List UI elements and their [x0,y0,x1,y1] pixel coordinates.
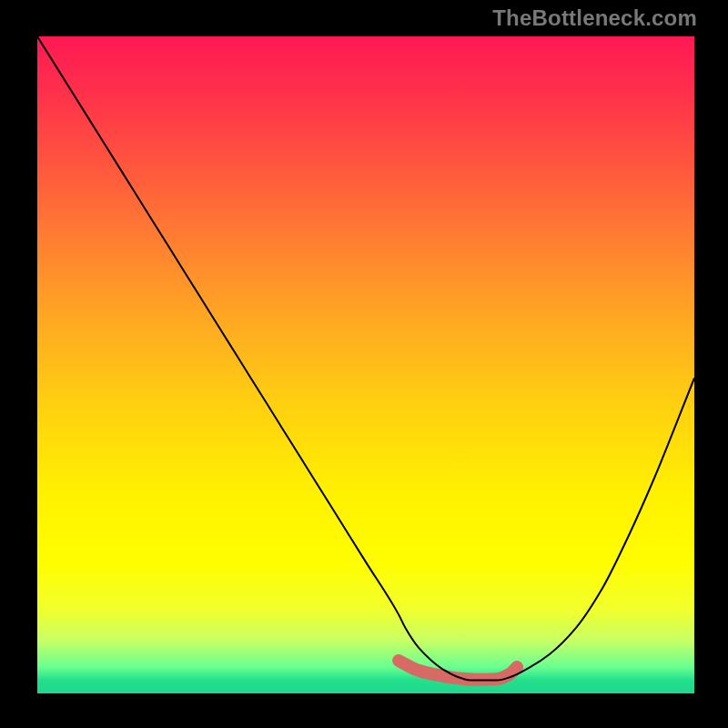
chart-svg [37,36,694,693]
plot-area [37,36,694,693]
chart-stage: TheBottleneck.com [0,0,728,728]
watermark-label: TheBottleneck.com [492,5,697,31]
bottleneck-curve [37,36,694,681]
